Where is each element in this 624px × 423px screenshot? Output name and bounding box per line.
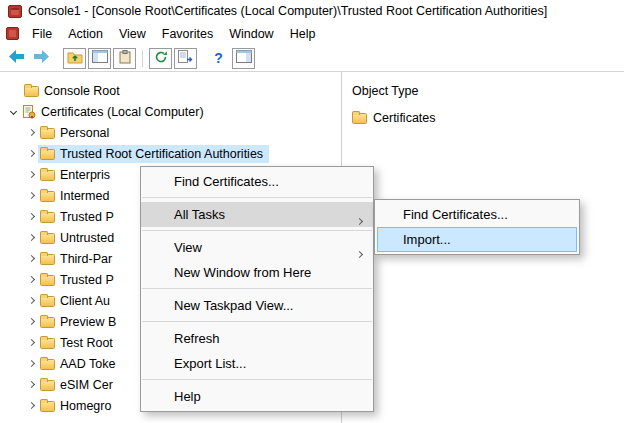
chevron-right-icon[interactable]: [24, 193, 38, 198]
folder-icon: [40, 401, 55, 412]
folder-icon: [40, 128, 55, 139]
menu-item-label: Export List...: [174, 356, 246, 371]
forward-button[interactable]: [30, 48, 53, 69]
menu-item-view[interactable]: View: [141, 235, 373, 260]
tree-item-label: Trusted P: [60, 273, 114, 287]
action-pane-icon: [236, 50, 252, 66]
menubar: File Action View Favorites Window Help: [0, 22, 624, 45]
chevron-right-icon[interactable]: [24, 298, 38, 303]
menu-help[interactable]: Help: [282, 24, 324, 44]
chevron-right-icon[interactable]: [24, 361, 38, 366]
menu-item-label: Help: [174, 389, 201, 404]
menu-item-help[interactable]: Help: [141, 384, 373, 409]
chevron-right-icon[interactable]: [24, 235, 38, 240]
folder-icon: [352, 113, 367, 124]
folder-icon: [40, 380, 55, 391]
chevron-right-icon[interactable]: [24, 214, 38, 219]
refresh-button[interactable]: [149, 48, 172, 69]
console-app-icon: [8, 5, 22, 18]
submenu-item-find-certificates[interactable]: Find Certificates...: [377, 202, 577, 227]
show-hide-action-pane-button[interactable]: [232, 48, 255, 69]
menu-separator: [142, 379, 372, 380]
submenu-item-import[interactable]: Import...: [377, 227, 577, 252]
menu-item-label: Import...: [403, 232, 451, 247]
menu-item-label: New Taskpad View...: [174, 298, 293, 313]
chevron-right-icon[interactable]: [24, 382, 38, 387]
tree-item-label: Enterpris: [60, 168, 110, 182]
show-hide-console-tree-button[interactable]: [88, 48, 111, 69]
menu-item-label: Find Certificates...: [174, 174, 279, 189]
folder-icon: [40, 254, 55, 265]
folder-icon: [40, 233, 55, 244]
submenu-arrow-icon: [357, 212, 362, 227]
chevron-right-icon[interactable]: [24, 172, 38, 177]
forward-arrow-icon: [34, 50, 49, 66]
chevron-down-icon[interactable]: [6, 109, 20, 114]
folder-icon: [40, 170, 55, 181]
tree-item-label: Test Root: [60, 336, 113, 350]
menu-item-label: All Tasks: [174, 207, 225, 222]
submenu-arrow-icon: [357, 245, 362, 260]
back-button[interactable]: [5, 48, 28, 69]
titlebar: Console1 - [Console Root\Certificates (L…: [0, 0, 624, 22]
menu-file[interactable]: File: [24, 24, 60, 44]
menu-separator: [142, 288, 372, 289]
menu-item-new-taskpad-view[interactable]: New Taskpad View...: [141, 293, 373, 318]
chevron-right-icon[interactable]: [24, 256, 38, 261]
menu-favorites[interactable]: Favorites: [154, 24, 221, 44]
clipboard-icon: [119, 50, 131, 67]
certificate-store-icon: [22, 105, 36, 119]
menu-item-find-certificates[interactable]: Find Certificates...: [141, 169, 373, 194]
tree-item-certificates-local-computer[interactable]: Certificates (Local Computer): [0, 101, 341, 122]
tree-item-trusted-root-certification-authorities[interactable]: Trusted Root Certification Authorities: [0, 143, 341, 164]
export-list-icon: [178, 50, 193, 66]
tree-item-label: AAD Toke: [60, 357, 115, 371]
folder-icon: [40, 317, 55, 328]
menu-view[interactable]: View: [111, 24, 154, 44]
detail-item-label: Certificates: [373, 111, 436, 125]
folder-icon: [40, 212, 55, 223]
folder-icon: [24, 86, 39, 97]
menu-item-export-list[interactable]: Export List...: [141, 351, 373, 376]
menu-item-refresh[interactable]: Refresh: [141, 326, 373, 351]
tree-item-console-root[interactable]: Console Root: [0, 80, 341, 101]
folder-up-icon: [67, 50, 83, 67]
menu-item-all-tasks[interactable]: All Tasks: [141, 202, 373, 227]
tree-item-label: Preview B: [60, 315, 116, 329]
tree-item-label: Personal: [60, 126, 109, 140]
properties-button[interactable]: [113, 48, 136, 69]
tree-item-personal[interactable]: Personal: [0, 122, 341, 143]
console-window-icon[interactable]: [6, 27, 19, 40]
help-button[interactable]: ?: [207, 48, 230, 69]
menu-item-new-window-from-here[interactable]: New Window from Here: [141, 260, 373, 285]
menu-separator: [142, 321, 372, 322]
chevron-right-icon[interactable]: [24, 319, 38, 324]
console-tree-pane-icon: [92, 50, 108, 66]
menu-separator: [142, 230, 372, 231]
menu-item-label: Refresh: [174, 331, 220, 346]
menu-window[interactable]: Window: [221, 24, 281, 44]
folder-icon: [40, 359, 55, 370]
tree-item-label: Intermed: [60, 189, 109, 203]
tree-item-label: Certificates (Local Computer): [41, 105, 204, 119]
detail-column-header[interactable]: Object Type: [352, 84, 624, 98]
tree-item-label: Untrusted: [60, 231, 114, 245]
tree-item-label: eSIM Cer: [60, 378, 113, 392]
toolbar: ?: [0, 45, 624, 72]
tree-item-label: Third-Par: [60, 252, 112, 266]
help-icon: ?: [214, 50, 223, 66]
tree-item-label: Client Au: [60, 294, 110, 308]
detail-item-certificates[interactable]: Certificates: [352, 111, 624, 125]
export-list-button[interactable]: [174, 48, 197, 69]
chevron-right-icon[interactable]: [24, 151, 38, 156]
up-one-level-button[interactable]: [63, 48, 86, 69]
chevron-right-icon[interactable]: [24, 277, 38, 282]
folder-icon: [40, 338, 55, 349]
toolbar-separator: [142, 50, 143, 67]
chevron-right-icon[interactable]: [24, 403, 38, 408]
chevron-right-icon[interactable]: [24, 340, 38, 345]
folder-icon: [40, 191, 55, 202]
chevron-right-icon[interactable]: [24, 130, 38, 135]
menu-action[interactable]: Action: [60, 24, 111, 44]
context-menu: Find Certificates... All Tasks View New …: [140, 166, 374, 412]
